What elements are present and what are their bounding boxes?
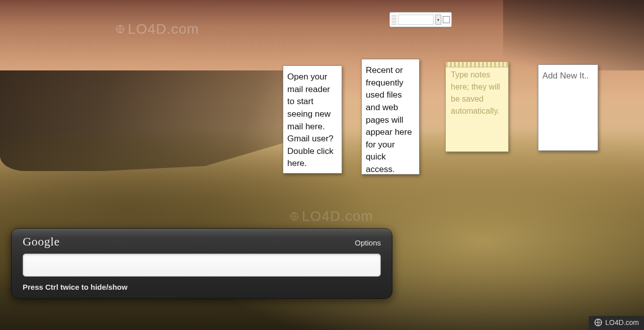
watermark-center: LO4D.com [290, 208, 373, 224]
sticky-note-text: Type notes here; they will be saved auto… [451, 69, 503, 117]
watermark-top: LO4D.com [116, 21, 199, 37]
globe-icon [594, 318, 603, 327]
watermark-text: LO4D.com [128, 21, 199, 37]
add-new-gadget[interactable]: Add New It.. [538, 64, 598, 151]
mail-gadget-text: Open your mail reader to start seeing ne… [287, 71, 338, 170]
mail-gadget[interactable]: Open your mail reader to start seeing ne… [283, 65, 342, 174]
watermark-text: LO4D.com [302, 208, 373, 224]
mini-toolbar-dropdown[interactable]: ▼ [435, 15, 441, 25]
options-link[interactable]: Options [355, 238, 381, 247]
recent-gadget[interactable]: Recent or frequently used files and web … [361, 59, 420, 175]
sticky-note-gadget[interactable]: Type notes here; they will be saved auto… [445, 61, 509, 152]
search-input[interactable] [23, 254, 381, 277]
globe-icon [290, 212, 299, 221]
search-hint: Press Ctrl twice to hide/show [23, 283, 381, 291]
wallpaper-shade [503, 0, 644, 70]
mini-toolbar-button[interactable] [443, 16, 450, 23]
google-desktop-search: Google Options Press Ctrl twice to hide/… [11, 228, 392, 299]
globe-icon [116, 25, 125, 34]
watermark-bottom-right: LO4D.com [589, 316, 644, 330]
mini-toolbar-input[interactable] [398, 15, 434, 25]
add-new-placeholder: Add New It.. [542, 70, 594, 82]
mini-toolbar[interactable]: ▼ [389, 12, 452, 27]
google-logo: Google [23, 235, 60, 249]
drag-grip-icon[interactable] [391, 15, 396, 25]
recent-gadget-text: Recent or frequently used files and web … [366, 64, 415, 175]
watermark-text: LO4D.com [605, 318, 639, 326]
